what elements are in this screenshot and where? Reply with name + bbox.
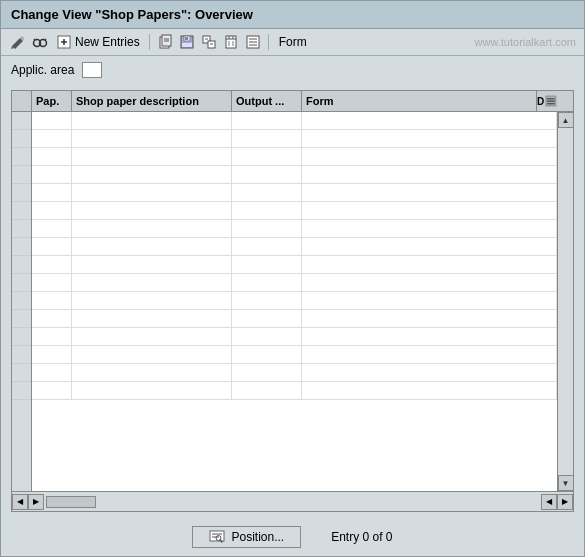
table-row <box>32 112 557 130</box>
view-icon[interactable] <box>31 33 49 51</box>
new-entries-icon <box>56 34 72 50</box>
main-window: Change View "Shop Papers": Overview <box>0 0 585 557</box>
table-body-wrapper: ▲ ▼ <box>12 112 573 491</box>
h-scroll-right2-btn[interactable]: ▶ <box>557 494 573 510</box>
main-content: Pap. Shop paper description Output ... F… <box>1 84 584 518</box>
h-scroll-left2-btn[interactable]: ◀ <box>541 494 557 510</box>
edit-icon[interactable] <box>9 33 27 51</box>
position-label: Position... <box>231 530 284 544</box>
row-selector-cell[interactable] <box>12 112 31 130</box>
footer: Position... Entry 0 of 0 <box>1 518 584 556</box>
th-d: D <box>537 91 557 111</box>
table-row <box>32 130 557 148</box>
row-selector-cell[interactable] <box>12 364 31 382</box>
multi-select-icon[interactable] <box>200 33 218 51</box>
th-pap: Pap. <box>32 91 72 111</box>
h-scroll-track[interactable] <box>98 492 541 511</box>
row-selector-cell[interactable] <box>12 238 31 256</box>
h-scroll-left-btn[interactable]: ◀ <box>12 494 28 510</box>
column-settings-icon[interactable] <box>545 95 557 107</box>
svg-rect-9 <box>182 43 192 47</box>
row-selector-cell[interactable] <box>12 292 31 310</box>
entry-count: Entry 0 of 0 <box>331 530 392 544</box>
td-pap <box>32 112 72 130</box>
applic-area-label: Applic. area <box>11 63 74 77</box>
svg-rect-10 <box>185 37 188 40</box>
toolbar: New Entries <box>1 29 584 56</box>
table-row <box>32 184 557 202</box>
scroll-up-button[interactable]: ▲ <box>558 112 574 128</box>
row-selector-cell[interactable] <box>12 328 31 346</box>
row-selectors <box>12 112 32 491</box>
row-selector-cell[interactable] <box>12 220 31 238</box>
h-scroll-right-btn[interactable]: ▶ <box>28 494 44 510</box>
new-entries-label: New Entries <box>75 35 140 49</box>
td-desc <box>72 112 232 130</box>
row-selector-cell[interactable] <box>12 184 31 202</box>
svg-rect-27 <box>547 101 555 102</box>
table-row <box>32 274 557 292</box>
td-output <box>232 112 302 130</box>
table-row <box>32 220 557 238</box>
scroll-track[interactable] <box>559 128 573 475</box>
vertical-scrollbar: ▲ ▼ <box>557 112 573 491</box>
table-row <box>32 292 557 310</box>
position-icon <box>209 530 225 544</box>
scroll-down-button[interactable]: ▼ <box>558 475 574 491</box>
row-selector-cell[interactable] <box>12 202 31 220</box>
row-selector-cell[interactable] <box>12 256 31 274</box>
row-selector-cell[interactable] <box>12 310 31 328</box>
applic-area-input[interactable] <box>82 62 102 78</box>
svg-rect-15 <box>226 36 236 48</box>
svg-rect-28 <box>547 103 555 104</box>
page-overview-icon[interactable] <box>244 33 262 51</box>
applic-area-row: Applic. area <box>1 56 584 84</box>
row-selector-cell[interactable] <box>12 346 31 364</box>
th-output: Output ... <box>232 91 302 111</box>
table-row <box>32 382 557 400</box>
table-container: Pap. Shop paper description Output ... F… <box>11 90 574 512</box>
title-bar: Change View "Shop Papers": Overview <box>1 1 584 29</box>
td-form <box>302 112 557 130</box>
svg-rect-26 <box>547 98 555 99</box>
row-selector-cell[interactable] <box>12 130 31 148</box>
position-button[interactable]: Position... <box>192 526 301 548</box>
copy-row-icon[interactable] <box>156 33 174 51</box>
row-selector-cell[interactable] <box>12 382 31 400</box>
row-selector-cell[interactable] <box>12 148 31 166</box>
h-scroll-thumb[interactable] <box>46 496 96 508</box>
new-entries-button[interactable]: New Entries <box>53 33 143 51</box>
table-row <box>32 238 557 256</box>
table-body <box>32 112 557 491</box>
table-row <box>32 166 557 184</box>
table-header: Pap. Shop paper description Output ... F… <box>12 91 573 112</box>
th-form: Form <box>302 91 537 111</box>
table-row <box>32 364 557 382</box>
watermark-text: www.tutorialkart.com <box>475 36 576 48</box>
toolbar-separator-2 <box>268 34 269 50</box>
table-row <box>32 148 557 166</box>
col-selector-header <box>12 91 32 111</box>
window-title: Change View "Shop Papers": Overview <box>11 7 253 22</box>
table-row <box>32 310 557 328</box>
save-icon[interactable] <box>178 33 196 51</box>
row-selector-cell[interactable] <box>12 274 31 292</box>
table-row <box>32 328 557 346</box>
bottom-scrollbar-bar: ◀ ▶ ◀ ▶ <box>12 491 573 511</box>
table-row <box>32 256 557 274</box>
th-desc: Shop paper description <box>72 91 232 111</box>
row-selector-cell[interactable] <box>12 166 31 184</box>
delete-icon[interactable] <box>222 33 240 51</box>
table-row <box>32 202 557 220</box>
toolbar-separator-1 <box>149 34 150 50</box>
form-label: Form <box>279 35 307 49</box>
table-row <box>32 346 557 364</box>
